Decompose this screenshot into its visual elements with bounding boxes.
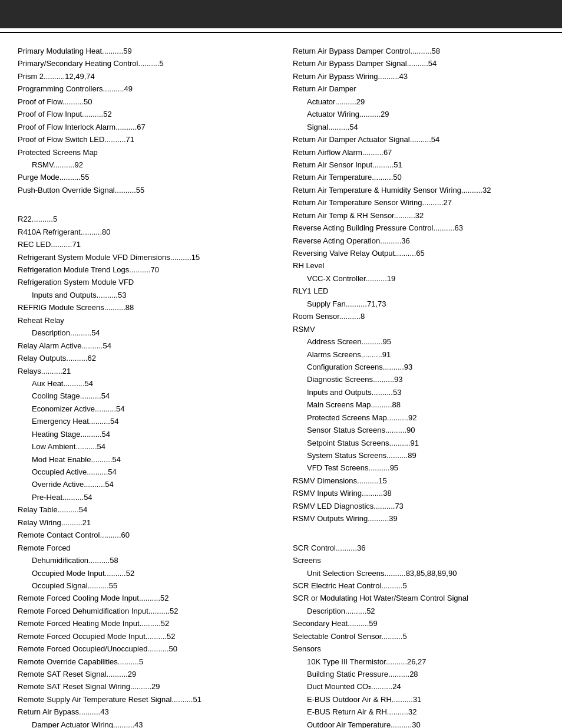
list-item: Sensors bbox=[293, 643, 544, 655]
list-item: Relay Table..........54 bbox=[18, 503, 269, 516]
list-item: Remote Forced Dehumidification Input....… bbox=[18, 605, 269, 617]
list-item: SCR Control..........36 bbox=[293, 542, 544, 554]
list-item: Primary Modulating Heat..........59 bbox=[18, 45, 269, 57]
list-item: RSMV bbox=[293, 323, 544, 335]
list-item: Relay Outputs..........62 bbox=[18, 352, 269, 364]
list-item: Signal..........54 bbox=[293, 121, 544, 133]
list-item: Building Static Pressure..........28 bbox=[293, 668, 544, 680]
list-item: Address Screen..........95 bbox=[293, 335, 544, 348]
list-item: Remote Override Capabilities..........5 bbox=[18, 655, 269, 668]
list-item: Description..........54 bbox=[18, 327, 269, 339]
list-item: Configuration Screens..........93 bbox=[293, 361, 544, 373]
list-item: VCC-X Controller..........19 bbox=[293, 272, 544, 285]
list-item: Selectable Control Sensor..........5 bbox=[293, 630, 544, 643]
list-item: Relays..........21 bbox=[18, 365, 269, 377]
list-item: Emergency Heat..........54 bbox=[18, 415, 269, 427]
list-item: Sensor Status Screens..........90 bbox=[293, 424, 544, 436]
list-item: Remote Forced bbox=[18, 542, 269, 554]
list-item: Reheat Relay bbox=[18, 314, 269, 327]
list-item: RSMV LED Diagnostics..........73 bbox=[293, 500, 544, 512]
list-item: Remote SAT Reset Signal..........29 bbox=[18, 668, 269, 680]
list-item: E-BUS Return Air & RH..........32 bbox=[293, 706, 544, 718]
list-item: Return Airflow Alarm..........67 bbox=[293, 146, 544, 159]
list-item: Pre-Heat..........54 bbox=[18, 491, 269, 503]
list-item: Secondary Heat..........59 bbox=[293, 617, 544, 630]
list-item: Description..........52 bbox=[293, 605, 544, 617]
list-item: Room Sensor..........8 bbox=[293, 310, 544, 322]
list-item: Reversing Valve Relay Output..........65 bbox=[293, 247, 544, 259]
list-item: REC LED..........71 bbox=[18, 238, 269, 251]
list-item: Return Air Bypass Wiring..........43 bbox=[293, 70, 544, 83]
list-item: RH Level bbox=[293, 259, 544, 272]
list-item: E-BUS Outdoor Air & RH..........31 bbox=[293, 693, 544, 706]
list-item: Protected Screens Map..........92 bbox=[293, 411, 544, 424]
list-item: Override Active..........54 bbox=[18, 478, 269, 490]
list-item: Low Ambient..........54 bbox=[18, 440, 269, 453]
top-bar bbox=[0, 28, 562, 33]
list-item: Main Screens Map..........88 bbox=[293, 398, 544, 411]
list-item: Economizer Active..........54 bbox=[18, 403, 269, 415]
list-item: Occupied Signal..........55 bbox=[18, 579, 269, 592]
list-item: Protected Screens Map bbox=[18, 146, 269, 159]
list-item: Aux Heat..........54 bbox=[18, 377, 269, 390]
right-column: Return Air Bypass Damper Control........… bbox=[293, 45, 544, 728]
list-item: Actuator..........29 bbox=[293, 95, 544, 108]
list-item: Return Air Sensor Input..........51 bbox=[293, 159, 544, 171]
list-item: RSMV..........92 bbox=[18, 159, 269, 171]
list-item: Heating Stage..........54 bbox=[18, 428, 269, 440]
list-item: Return Air Temperature Sensor Wiring....… bbox=[293, 196, 544, 209]
list-item: Relay Alarm Active..........54 bbox=[18, 340, 269, 352]
list-item: Programming Controllers..........49 bbox=[18, 83, 269, 95]
list-item: Proof of Flow Interlock Alarm..........6… bbox=[18, 121, 269, 133]
list-item: Refrigeration System Module VFD bbox=[18, 276, 269, 288]
list-item: Remote Forced Occupied Mode Input.......… bbox=[18, 630, 269, 643]
spacer bbox=[293, 525, 544, 533]
list-item: Inputs and Outputs..........53 bbox=[293, 386, 544, 398]
list-item: Reverse Acting Building Pressure Control… bbox=[293, 222, 544, 234]
list-item: Diagnostic Screens..........93 bbox=[293, 373, 544, 386]
list-item: Reverse Acting Operation..........36 bbox=[293, 235, 544, 247]
list-item: Dehumidification..........58 bbox=[18, 554, 269, 566]
list-item: RSMV Outputs Wiring..........39 bbox=[293, 512, 544, 525]
list-item: Remote SAT Reset Signal Wiring..........… bbox=[18, 680, 269, 693]
list-item: R410A Refrigerant..........80 bbox=[18, 226, 269, 238]
list-item: Damper Actuator Wiring..........43 bbox=[18, 719, 269, 728]
spacer bbox=[18, 205, 269, 213]
list-item: Alarms Screens..........91 bbox=[293, 348, 544, 361]
list-item: Return Air Temperature..........50 bbox=[293, 171, 544, 183]
list-item: Inputs and Outputs..........53 bbox=[18, 289, 269, 301]
page: Primary Modulating Heat..........59Prima… bbox=[0, 0, 562, 728]
list-item: RSMV Dimensions..........15 bbox=[293, 475, 544, 487]
list-item: Remote Forced Occupied/Unoccupied.......… bbox=[18, 643, 269, 655]
list-item: Return Air Damper Actuator Signal.......… bbox=[293, 133, 544, 146]
list-item: 10K Type III Thermistor..........26,27 bbox=[293, 655, 544, 668]
list-item: Remote Forced Cooling Mode Input........… bbox=[18, 592, 269, 604]
list-item: Return Air Temp & RH Sensor..........32 bbox=[293, 209, 544, 222]
left-column: Primary Modulating Heat..........59Prima… bbox=[18, 45, 269, 728]
spacer bbox=[293, 533, 544, 542]
list-item: Primary/Secondary Heating Control.......… bbox=[18, 57, 269, 70]
list-item: Cooling Stage..........54 bbox=[18, 390, 269, 402]
list-item: Proof of Flow Switch LED..........71 bbox=[18, 133, 269, 146]
list-item: Remote Supply Air Temperature Reset Sign… bbox=[18, 693, 269, 706]
list-item: Unit Selection Screens..........83,85,88… bbox=[293, 567, 544, 579]
list-item: Remote Forced Heating Mode Input........… bbox=[18, 617, 269, 630]
list-item: Supply Fan..........71,73 bbox=[293, 298, 544, 310]
list-item: Proof of Flow Input..........52 bbox=[18, 108, 269, 120]
list-item: Mod Heat Enable..........54 bbox=[18, 453, 269, 466]
list-item: Return Air Damper bbox=[293, 83, 544, 95]
list-item: Return Air Bypass..........43 bbox=[18, 706, 269, 718]
list-item: Relay Wiring..........21 bbox=[18, 516, 269, 529]
list-item: Return Air Bypass Damper Control........… bbox=[293, 45, 544, 57]
header-bar bbox=[0, 0, 562, 28]
list-item: Purge Mode..........55 bbox=[18, 171, 269, 183]
list-item: Occupied Active..........54 bbox=[18, 466, 269, 478]
list-item: Return Air Temperature & Humidity Sensor… bbox=[293, 184, 544, 196]
list-item: Push-Button Override Signal..........55 bbox=[18, 184, 269, 196]
content-area: Primary Modulating Heat..........59Prima… bbox=[0, 33, 562, 728]
list-item: SCR Electric Heat Control..........5 bbox=[293, 579, 544, 592]
spacer bbox=[18, 196, 269, 205]
list-item: Refrigerant System Module VFD Dimensions… bbox=[18, 251, 269, 263]
list-item: RSMV Inputs Wiring..........38 bbox=[293, 487, 544, 499]
list-item: REFRIG Module Screens..........88 bbox=[18, 301, 269, 314]
